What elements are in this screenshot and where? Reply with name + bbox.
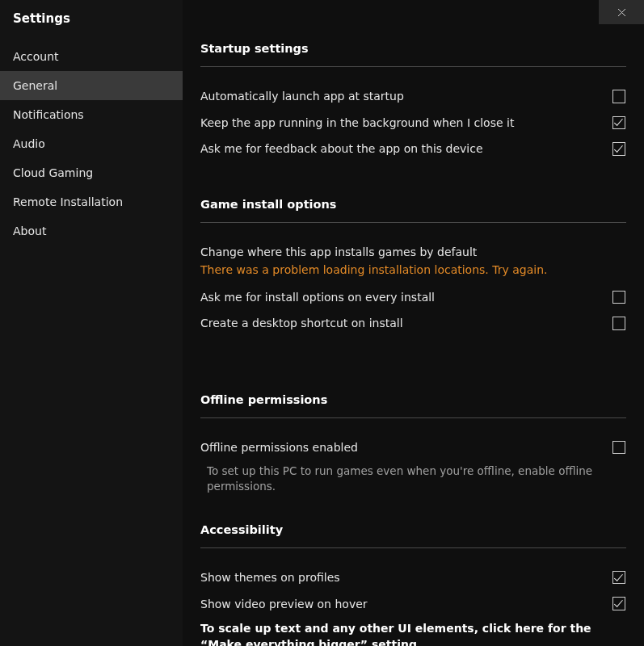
section-heading: Accessibility xyxy=(200,523,626,547)
setting-row: Show themes on profiles xyxy=(200,564,626,591)
section-install: Game install options Change where this a… xyxy=(200,198,626,337)
checkbox-show-themes[interactable] xyxy=(612,571,626,585)
setting-label: Offline permissions enabled xyxy=(200,441,358,454)
sidebar-item-general[interactable]: General xyxy=(0,71,183,100)
checkbox-video-preview[interactable] xyxy=(612,597,626,610)
sidebar-item-account[interactable]: Account xyxy=(0,42,183,71)
section-offline: Offline permissions Offline permissions … xyxy=(200,393,626,494)
checkbox-offline-permissions[interactable] xyxy=(612,441,626,455)
accessibility-hint-link[interactable]: To scale up text and any other UI elemen… xyxy=(200,620,626,646)
setting-row: Ask me for feedback about the app on thi… xyxy=(200,136,626,162)
setting-label: Change where this app installs games by … xyxy=(200,245,477,258)
setting-row: Ask me for install options on every inst… xyxy=(200,284,626,311)
setting-label: Create a desktop shortcut on install xyxy=(200,317,403,329)
setting-label: Ask me for install options on every inst… xyxy=(200,291,435,304)
sidebar-item-audio[interactable]: Audio xyxy=(0,129,183,158)
settings-sidebar: Settings Account General Notifications A… xyxy=(0,0,183,646)
section-heading: Startup settings xyxy=(200,42,626,66)
section-accessibility: Accessibility Show themes on profiles Sh… xyxy=(200,523,626,646)
checkbox-run-in-background[interactable] xyxy=(612,116,626,130)
setting-label: Keep the app running in the background w… xyxy=(200,116,514,129)
setting-row: Offline permissions enabled xyxy=(200,434,626,461)
offline-subtext: To set up this PC to run games even when… xyxy=(200,460,626,494)
setting-row: Change where this app installs games by … xyxy=(200,239,626,260)
checkbox-launch-at-startup[interactable] xyxy=(612,90,626,103)
sidebar-item-notifications[interactable]: Notifications xyxy=(0,100,183,129)
page-title: Settings xyxy=(0,0,183,42)
checkbox-feedback[interactable] xyxy=(612,142,626,156)
section-startup: Startup settings Automatically launch ap… xyxy=(200,42,626,162)
close-icon xyxy=(617,8,626,17)
divider xyxy=(200,547,626,548)
settings-content: Startup settings Automatically launch ap… xyxy=(183,0,644,646)
sidebar-item-remote-installation[interactable]: Remote Installation xyxy=(0,187,183,216)
checkbox-ask-install-options[interactable] xyxy=(612,291,626,304)
setting-row: Create a desktop shortcut on install xyxy=(200,310,626,337)
setting-row: To scale up text and any other UI elemen… xyxy=(200,617,626,646)
setting-label: Show video preview on hover xyxy=(200,598,368,610)
checkbox-desktop-shortcut[interactable] xyxy=(612,317,626,330)
section-heading: Game install options xyxy=(200,198,626,222)
divider xyxy=(200,417,626,418)
setting-label: Show themes on profiles xyxy=(200,571,340,584)
sidebar-item-about[interactable]: About xyxy=(0,216,183,245)
section-heading: Offline permissions xyxy=(200,393,626,417)
divider xyxy=(200,66,626,67)
setting-label: Ask me for feedback about the app on thi… xyxy=(200,142,483,155)
divider xyxy=(200,222,626,223)
install-location-error[interactable]: There was a problem loading installation… xyxy=(200,260,626,284)
close-button[interactable] xyxy=(599,0,644,24)
setting-row: Show video preview on hover xyxy=(200,590,626,617)
setting-row: Keep the app running in the background w… xyxy=(200,110,626,136)
setting-label: Automatically launch app at startup xyxy=(200,90,404,103)
setting-row: Automatically launch app at startup xyxy=(200,83,626,110)
sidebar-item-cloud-gaming[interactable]: Cloud Gaming xyxy=(0,158,183,187)
